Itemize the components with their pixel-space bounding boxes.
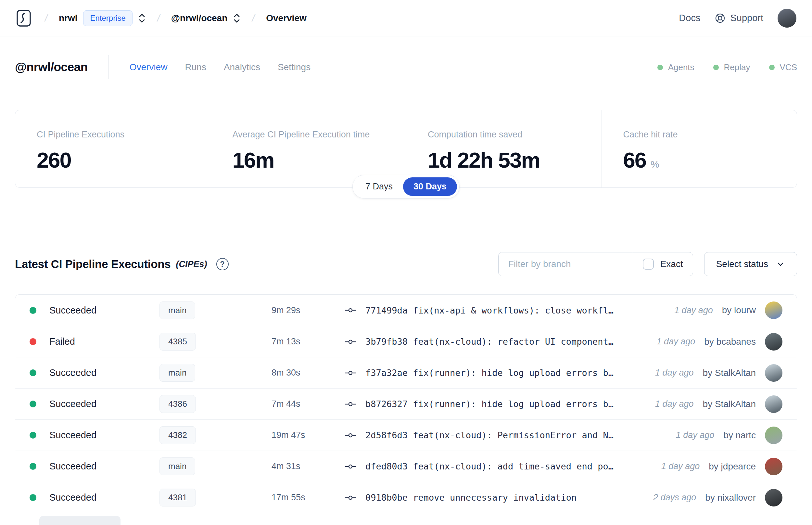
tab-analytics[interactable]: Analytics [224,62,260,73]
commit-message: 3b79fb38 feat(nx-cloud): refactor UI com… [365,336,614,347]
tab-settings[interactable]: Settings [278,62,310,73]
cipe-row[interactable]: Succeeded 4382 19m 47s 2d58f6d3 feat(nx-… [15,419,797,451]
time-ago: 1 day ago [674,305,713,315]
range-30-days[interactable]: 30 Days [403,177,457,196]
commit-message: 2d58f6d3 feat(nx-cloud): PermissionError… [365,430,614,440]
branch-pill[interactable]: 4382 [159,426,196,444]
git-commit-icon [344,337,356,346]
partial-row [15,513,797,525]
range-7-days[interactable]: 7 Days [355,177,403,196]
status-dot-green [769,65,775,70]
git-commit-icon [344,462,356,471]
exact-label: Exact [660,259,683,269]
cipe-row[interactable]: Succeeded main 8m 30s f37a32ae fix(runne… [15,357,797,388]
author: by lourw [722,305,756,315]
branch-filter-group: Exact [498,252,693,276]
avatar [765,458,782,475]
service-status-list: Agents Replay VCS [634,55,797,79]
branch-pill[interactable]: 4381 [159,489,196,507]
avatar [765,489,782,507]
tab-runs[interactable]: Runs [185,62,206,73]
status-dot [30,494,36,501]
org-switcher-chevrons-icon[interactable] [138,12,146,24]
nx-cloud-logo-icon[interactable] [16,9,34,27]
branch-pill[interactable]: main [159,364,195,382]
skeleton-bar [39,516,121,525]
branch-pill[interactable]: 4385 [159,333,196,350]
docs-link[interactable]: Docs [679,13,700,24]
branch-filter-input[interactable] [499,252,633,276]
author: by StalkAltan [703,399,756,409]
status-dot [30,463,36,470]
duration: 8m 30s [272,368,344,378]
breadcrumb-separator: / [251,12,256,24]
time-ago: 1 day ago [655,399,694,409]
branch-pill[interactable]: 4386 [159,395,196,413]
branch-pill[interactable]: main [159,301,195,319]
duration: 9m 29s [272,305,344,315]
cipe-row[interactable]: Failed 4385 7m 13s 3b79fb38 feat(nx-clou… [15,326,797,357]
help-icon[interactable]: ? [216,258,229,270]
cipe-title-suffix: (CIPEs) [176,259,207,269]
cipe-row[interactable]: Succeeded 4381 17m 55s 0918b0be remove u… [15,482,797,513]
duration: 7m 44s [272,399,344,409]
avatar [765,301,782,319]
stat-card-executions: CI Pipeline Executions 260 [15,110,211,188]
commit-message: dfed80d3 feat(nx-cloud): add time-saved … [365,461,614,471]
status-dot [30,432,36,439]
breadcrumb-separator: / [156,12,161,24]
duration: 7m 13s [272,336,344,347]
enterprise-badge: Enterprise [83,10,132,26]
time-ago: 2 days ago [653,493,696,502]
status-dot [30,370,36,376]
cipe-row[interactable]: Succeeded 4386 7m 44s b8726327 fix(runne… [15,388,797,419]
breadcrumb-workspace[interactable]: @nrwl/ocean [171,13,228,24]
select-status-dropdown[interactable]: Select status [704,252,797,276]
service-replay[interactable]: Replay [713,62,750,73]
avatar [765,364,782,382]
commit-message: 771499da fix(nx-api & workflows): close … [365,305,614,315]
date-range-toggle: 7 Days 30 Days [352,175,460,198]
cipe-row[interactable]: Succeeded main 4m 31s dfed80d3 feat(nx-c… [15,451,797,482]
support-link[interactable]: Support [715,13,763,24]
branch-pill[interactable]: main [159,457,195,475]
status-label: Succeeded [49,430,96,440]
tab-overview[interactable]: Overview [129,62,168,73]
cipe-table: Succeeded main 9m 29s 771499da fix(nx-ap… [15,294,797,525]
duration: 17m 55s [272,493,344,502]
status-dot-green [657,65,663,70]
cipe-row[interactable]: Succeeded main 9m 29s 771499da fix(nx-ap… [15,295,797,326]
author: by jdpearce [709,461,756,472]
commit-message: b8726327 fix(runner): hide log upload er… [365,399,614,409]
time-ago: 1 day ago [661,461,700,471]
avatar [765,426,782,444]
avatar [765,395,782,413]
time-ago: 1 day ago [676,430,715,440]
user-avatar[interactable] [778,9,796,28]
support-label: Support [730,13,763,24]
git-commit-icon [344,431,356,440]
status-label: Succeeded [49,399,96,409]
workspace-switcher-chevrons-icon[interactable] [232,12,241,24]
time-ago: 1 day ago [657,336,695,347]
status-dot-green [713,65,719,70]
commit-message: f37a32ae fix(runner): hide log upload er… [365,368,614,378]
cipe-filters: Exact Select status [498,252,797,276]
workspace-header: @nrwl/ocean Overview Runs Analytics Sett… [15,55,797,79]
stats-cards: CI Pipeline Executions 260 Average CI Pi… [15,110,797,188]
service-vcs[interactable]: VCS [769,62,797,73]
cipe-section-header: Latest CI Pipeline Executions (CIPEs) ? … [15,252,797,276]
author: by nartc [723,430,756,440]
exact-checkbox[interactable] [643,259,654,270]
page-title: @nrwl/ocean [15,60,88,74]
divider [108,55,109,79]
git-commit-icon [344,306,356,315]
status-dot [30,401,36,407]
status-label: Succeeded [49,368,96,378]
breadcrumb-org[interactable]: nrwl [59,13,78,24]
commit-message: 0918b0be remove unnecessary invalidation [365,493,577,502]
service-agents[interactable]: Agents [657,62,694,73]
avatar [765,333,782,350]
workspace-tabs: Overview Runs Analytics Settings [129,62,310,73]
status-label: Succeeded [49,305,96,316]
